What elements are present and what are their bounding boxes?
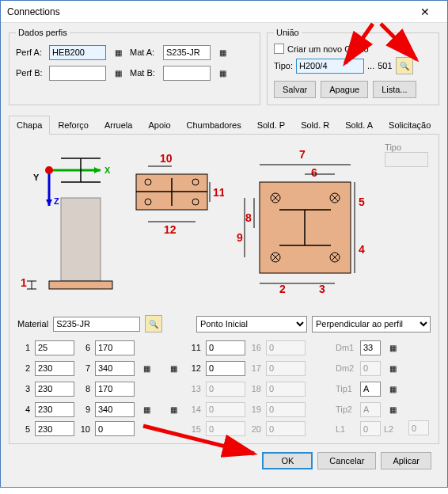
tipo-num: 501 <box>378 61 392 70</box>
tipo-label: Tipo: <box>274 61 293 70</box>
svg-text:3: 3 <box>319 283 325 295</box>
p19 <box>266 402 306 417</box>
matb-input[interactable] <box>163 66 211 81</box>
perfa-browse-icon[interactable]: ▦ <box>109 44 127 61</box>
p17 <box>266 361 306 376</box>
tipo-side-dropdown <box>385 152 428 167</box>
p3[interactable] <box>35 382 74 397</box>
tipo-dots: ... <box>367 61 374 70</box>
svg-point-9 <box>45 166 53 174</box>
diagram-profile: X Z Y 1 <box>17 142 116 301</box>
tipo-browse-icon[interactable]: 🔍 <box>396 57 413 74</box>
svg-text:4: 4 <box>359 243 365 256</box>
dm2-label: Dm2 <box>336 363 357 373</box>
tab-chapa[interactable]: Chapa <box>9 116 50 135</box>
svg-rect-10 <box>61 198 101 281</box>
p13 <box>206 382 245 397</box>
tab-chumbadores[interactable]: Chumbadores <box>179 116 249 135</box>
p11[interactable] <box>206 340 245 355</box>
tip1-label: Tip1 <box>336 384 357 393</box>
lista-button[interactable]: Lista... <box>373 81 416 98</box>
window-title: Connections <box>7 6 409 17</box>
tipo-side-label: Tipo <box>385 142 431 152</box>
svg-rect-11 <box>49 281 112 289</box>
perp-select[interactable]: Perpendicular ao perfil <box>312 316 431 332</box>
svg-marker-3 <box>94 167 101 173</box>
tab-soldr[interactable]: Sold. R <box>293 116 337 135</box>
p20 <box>266 421 306 436</box>
p14 <box>206 402 245 417</box>
perfa-label: Perf A: <box>16 48 46 57</box>
apague-button[interactable]: Apague <box>321 81 368 98</box>
dm2 <box>360 361 381 376</box>
tab-apoio[interactable]: Apoio <box>140 116 178 135</box>
dados-perfis-group: Dados perfis Perf A: ▦ Mat A: ▦ Perf B: … <box>9 28 260 105</box>
svg-text:7: 7 <box>299 148 306 161</box>
p7-icon2[interactable]: ▦ <box>165 359 182 377</box>
p9[interactable] <box>95 402 135 417</box>
l1 <box>360 421 381 436</box>
matb-browse-icon[interactable]: ▦ <box>214 64 231 82</box>
diagram-base: 7 6 5 4 8 9 2 3 <box>232 142 377 309</box>
p10[interactable] <box>95 421 135 436</box>
perfb-label: Perf B: <box>16 68 46 78</box>
uniao-group: União Criar um novo Grupo Tipo: ... 501 … <box>267 28 439 105</box>
material-browse-icon[interactable]: 🔍 <box>145 315 162 332</box>
tab-solda[interactable]: Sold. A <box>337 116 381 135</box>
ponto-select[interactable]: Ponto Inicial <box>196 316 307 332</box>
svg-text:X: X <box>104 165 111 175</box>
perfb-input[interactable] <box>49 66 106 81</box>
tab-solicitacao[interactable]: Solicitação <box>381 116 439 135</box>
cancel-button[interactable]: Cancelar <box>317 452 376 469</box>
svg-text:8: 8 <box>245 211 252 224</box>
tip2 <box>360 402 381 417</box>
l2-label: L2 <box>384 424 393 434</box>
svg-text:2: 2 <box>279 283 286 295</box>
p1[interactable] <box>35 340 74 355</box>
dm2-icon: ▦ <box>384 359 401 377</box>
dm1-label: Dm1 <box>336 343 357 352</box>
criar-grupo-checkbox[interactable]: Criar um novo Grupo <box>274 44 369 54</box>
salvar-button[interactable]: Salvar <box>274 81 316 98</box>
matb-label: Mat B: <box>130 68 160 78</box>
p7[interactable] <box>95 361 135 376</box>
tab-arruela[interactable]: Arruela <box>97 116 140 135</box>
diagram-top: 10 11 12 <box>124 142 223 253</box>
tip2-icon: ▦ <box>384 401 401 418</box>
tipo-input[interactable] <box>296 59 364 74</box>
close-icon[interactable]: ✕ <box>409 6 441 18</box>
tab-reforco[interactable]: Reforço <box>50 116 97 135</box>
mata-browse-icon[interactable]: ▦ <box>214 44 231 61</box>
svg-text:12: 12 <box>164 223 177 236</box>
tip1-icon[interactable]: ▦ <box>384 380 401 397</box>
criar-grupo-label: Criar um novo Grupo <box>287 44 369 54</box>
p12[interactable] <box>206 361 245 376</box>
titlebar: Connections ✕ <box>1 1 447 23</box>
mata-input[interactable] <box>163 45 211 60</box>
tab-content: X Z Y 1 <box>9 135 439 444</box>
tip1[interactable] <box>360 382 381 397</box>
p9-icon1[interactable]: ▦ <box>138 401 155 418</box>
ok-button[interactable]: OK <box>262 452 313 469</box>
mata-label: Mat A: <box>130 48 160 57</box>
perfa-input[interactable] <box>49 45 106 60</box>
l2 <box>408 420 429 435</box>
material-input[interactable] <box>53 317 140 332</box>
tab-soldp[interactable]: Sold. P <box>249 116 293 135</box>
p7-icon1[interactable]: ▦ <box>138 359 155 377</box>
dm1-icon[interactable]: ▦ <box>384 339 401 356</box>
checkbox-icon <box>274 44 284 54</box>
perfb-browse-icon[interactable]: ▦ <box>109 64 127 82</box>
p4[interactable] <box>35 402 74 417</box>
dm1[interactable] <box>360 340 381 355</box>
p8[interactable] <box>95 382 135 397</box>
p5[interactable] <box>35 421 74 436</box>
p6[interactable] <box>95 340 135 355</box>
p15 <box>206 421 245 436</box>
apply-button[interactable]: Aplicar <box>381 452 431 469</box>
svg-text:1: 1 <box>21 276 27 289</box>
svg-text:5: 5 <box>359 196 365 208</box>
tipo-side: Tipo <box>385 142 431 167</box>
p9-icon2[interactable]: ▦ <box>165 401 182 418</box>
p2[interactable] <box>35 361 74 376</box>
